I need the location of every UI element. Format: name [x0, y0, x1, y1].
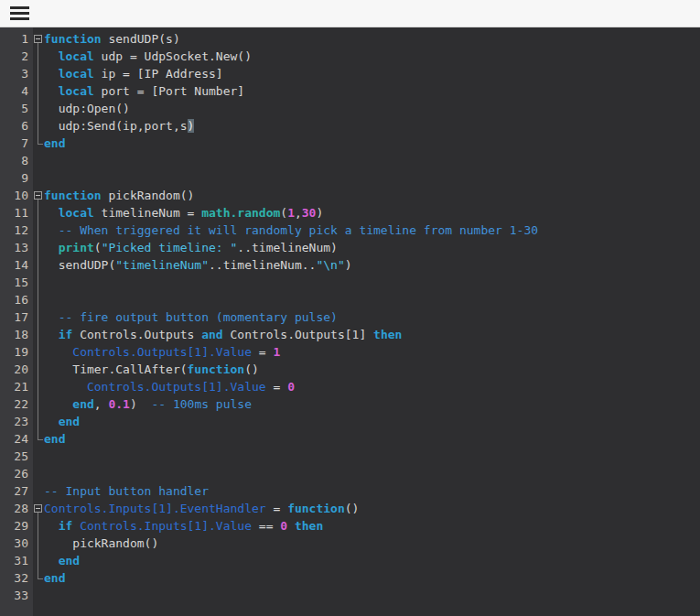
code-line[interactable]: 27-- Input button handler — [0, 482, 700, 500]
fold-margin — [33, 430, 44, 448]
code-text[interactable]: Timer.CallAfter(function() — [44, 361, 700, 378]
code-text[interactable]: sendUDP("timelineNum"..timelineNum.."\n"… — [44, 256, 700, 274]
code-line[interactable]: 11 local timelineNum = math.random(1,30) — [0, 204, 700, 222]
code-text[interactable] — [44, 169, 700, 187]
fold-guide — [38, 239, 38, 256]
code-text[interactable]: udp:Open() — [44, 100, 700, 117]
code-line[interactable]: 12 -- When triggered it will randomly pi… — [0, 222, 700, 239]
code-line[interactable]: 9 — [0, 169, 700, 187]
code-text[interactable]: -- fire output button (momentary pulse) — [44, 308, 700, 326]
fold-toggle-icon[interactable] — [34, 35, 42, 43]
code-line[interactable]: 32end — [0, 569, 700, 587]
code-line[interactable]: 33 — [0, 587, 700, 604]
code-text[interactable]: pickRandom() — [44, 535, 700, 552]
code-text[interactable]: -- When triggered it will randomly pick … — [44, 222, 700, 239]
line-number: 26 — [0, 465, 33, 482]
code-text[interactable]: end, 0.1) -- 100ms pulse — [44, 395, 700, 413]
code-line[interactable]: 16 — [0, 291, 700, 308]
code-text[interactable]: if Controls.Outputs and Controls.Outputs… — [44, 326, 700, 343]
code-editor[interactable]: 1function sendUDP(s)2 local udp = UdpSoc… — [0, 27, 700, 616]
code-line[interactable]: 19 Controls.Outputs[1].Value = 1 — [0, 343, 700, 361]
code-token: pickRandom() — [102, 189, 195, 202]
code-line[interactable]: 24end — [0, 430, 700, 448]
code-line[interactable]: 30 pickRandom() — [0, 535, 700, 552]
code-text[interactable]: end — [44, 569, 700, 587]
code-line[interactable]: 26 — [0, 465, 700, 482]
code-line[interactable]: 22 end, 0.1) -- 100ms pulse — [0, 395, 700, 413]
code-token — [44, 328, 59, 341]
code-lines: 1function sendUDP(s)2 local udp = UdpSoc… — [0, 30, 700, 604]
code-text[interactable] — [44, 587, 700, 604]
code-text[interactable]: local timelineNum = math.random(1,30) — [44, 204, 700, 222]
code-text[interactable]: -- Input button handler — [44, 482, 700, 500]
code-text[interactable]: local port = [Port Number] — [44, 82, 700, 100]
fold-margin — [33, 187, 44, 204]
fold-margin — [33, 48, 44, 65]
code-token: 1 — [273, 345, 280, 359]
line-number: 4 — [0, 82, 33, 100]
code-text[interactable] — [44, 448, 700, 465]
code-text[interactable] — [44, 291, 700, 308]
fold-margin — [33, 395, 44, 413]
code-line[interactable]: 1function sendUDP(s) — [0, 30, 700, 48]
code-line[interactable]: 20 Timer.CallAfter(function() — [0, 361, 700, 378]
code-text[interactable]: udp:Send(ip,port,s) — [44, 117, 700, 135]
code-line[interactable]: 8 — [0, 152, 700, 169]
code-line[interactable]: 18 if Controls.Outputs and Controls.Outp… — [0, 326, 700, 343]
code-text[interactable] — [44, 465, 700, 482]
code-text[interactable]: print("Picked timeline: "..timelineNum) — [44, 239, 700, 256]
code-text[interactable]: Controls.Inputs[1].EventHandler = functi… — [44, 500, 700, 517]
code-token: sendUDP(s) — [102, 32, 180, 46]
fold-margin — [33, 291, 44, 308]
fold-guide — [38, 361, 38, 378]
code-line[interactable]: 7end — [0, 135, 700, 152]
code-line[interactable]: 31 end — [0, 552, 700, 569]
code-line[interactable]: 13 print("Picked timeline: "..timelineNu… — [0, 239, 700, 256]
code-text[interactable]: local udp = UdpSocket.New() — [44, 48, 700, 65]
code-text[interactable]: end — [44, 135, 700, 152]
code-text[interactable]: local ip = [IP Address] — [44, 65, 700, 82]
code-token: , — [295, 206, 302, 220]
code-token — [44, 380, 87, 394]
code-line[interactable]: 25 — [0, 448, 700, 465]
line-number: 13 — [0, 239, 33, 256]
fold-toggle-icon[interactable] — [34, 504, 42, 513]
code-line[interactable]: 15 — [0, 274, 700, 291]
code-text[interactable]: end — [44, 413, 700, 430]
code-text[interactable]: Controls.Outputs[1].Value = 0 — [44, 378, 700, 395]
code-text[interactable]: function pickRandom() — [44, 187, 700, 204]
line-number: 17 — [0, 308, 33, 326]
code-line[interactable]: 10function pickRandom() — [0, 187, 700, 204]
code-token: ( — [94, 241, 102, 254]
toolbar — [0, 0, 700, 27]
code-line[interactable]: 28Controls.Inputs[1].EventHandler = func… — [0, 500, 700, 517]
code-text[interactable]: if Controls.Inputs[1].Value == 0 then — [44, 517, 700, 535]
fold-toggle-icon[interactable] — [34, 191, 42, 200]
menu-button[interactable] — [10, 4, 34, 24]
fold-guide — [38, 413, 38, 430]
code-token: () — [345, 502, 360, 515]
code-line[interactable]: 17 -- fire output button (momentary puls… — [0, 308, 700, 326]
code-line[interactable]: 6 udp:Send(ip,port,s) — [0, 117, 700, 135]
code-token: port = [Port Number] — [94, 84, 244, 98]
code-line[interactable]: 14 sendUDP("timelineNum"..timelineNum.."… — [0, 256, 700, 274]
fold-guide — [38, 82, 38, 100]
code-line[interactable]: 23 end — [0, 413, 700, 430]
code-text[interactable]: Controls.Outputs[1].Value = 1 — [44, 343, 700, 361]
line-number: 30 — [0, 535, 33, 552]
code-token: if — [59, 519, 73, 533]
code-text[interactable]: end — [44, 552, 700, 569]
code-token — [44, 223, 59, 237]
code-line[interactable]: 21 Controls.Outputs[1].Value = 0 — [0, 378, 700, 395]
fold-margin — [33, 482, 44, 500]
code-line[interactable]: 5 udp:Open() — [0, 100, 700, 117]
code-token: timelineNum = — [94, 206, 201, 220]
code-text[interactable]: end — [44, 430, 700, 448]
code-text[interactable]: function sendUDP(s) — [44, 30, 700, 48]
code-text[interactable] — [44, 274, 700, 291]
code-line[interactable]: 2 local udp = UdpSocket.New() — [0, 48, 700, 65]
code-line[interactable]: 4 local port = [Port Number] — [0, 82, 700, 100]
code-text[interactable] — [44, 152, 700, 169]
code-line[interactable]: 3 local ip = [IP Address] — [0, 65, 700, 82]
code-line[interactable]: 29 if Controls.Inputs[1].Value == 0 then — [0, 517, 700, 535]
